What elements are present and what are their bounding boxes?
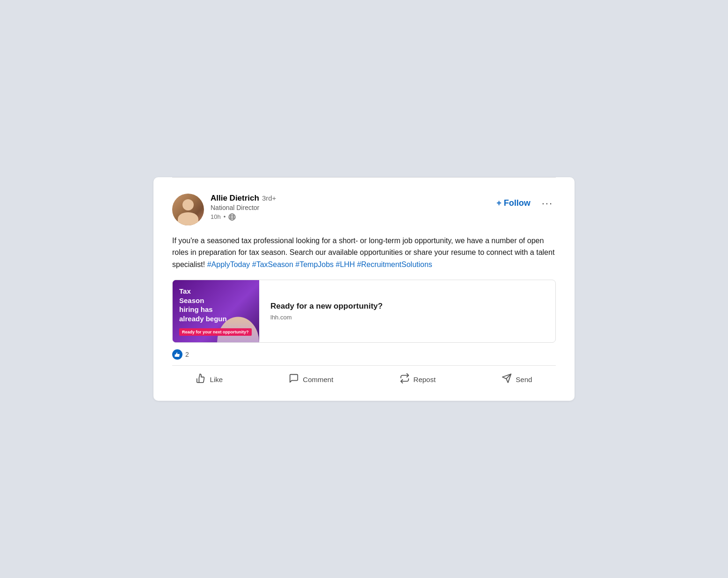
- more-options-button[interactable]: ···: [539, 195, 556, 211]
- follow-button[interactable]: + Follow: [493, 196, 534, 210]
- link-preview-image: Tax Season hiring has already begun Read…: [173, 280, 259, 342]
- post-body: If you're a seasoned tax professional lo…: [153, 225, 575, 271]
- more-icon: ···: [542, 197, 553, 209]
- link-url: lhh.com: [270, 314, 544, 321]
- actions-row: Like Comment Repost: [153, 366, 575, 391]
- avatar[interactable]: [172, 194, 204, 225]
- user-name[interactable]: Allie Dietrich: [211, 194, 259, 203]
- preview-heading: Tax Season hiring has already begun: [179, 287, 253, 323]
- post-card: Allie Dietrich 3rd+ National Director 10…: [153, 177, 575, 401]
- user-connection: 3rd+: [262, 194, 276, 202]
- repost-icon: [400, 373, 410, 386]
- user-name-row: Allie Dietrich 3rd+: [211, 194, 276, 203]
- svg-rect-5: [175, 354, 175, 357]
- post-hashtags[interactable]: #ApplyToday #TaxSeason #TempJobs #LHH #R…: [207, 260, 432, 268]
- avatar-image: [172, 194, 204, 225]
- dot-separator: •: [224, 213, 226, 220]
- link-preview[interactable]: Tax Season hiring has already begun Read…: [172, 280, 556, 343]
- globe-icon: [228, 213, 236, 221]
- like-button[interactable]: Like: [189, 368, 231, 391]
- send-label: Send: [516, 376, 532, 383]
- post-meta: 10h •: [211, 213, 276, 221]
- comment-label: Comment: [303, 376, 333, 383]
- preview-text-block: Tax Season hiring has already begun Read…: [179, 287, 253, 336]
- preview-badge: Ready for your next opportunity?: [179, 328, 252, 336]
- link-preview-content: Ready for a new opportunity? lhh.com: [259, 280, 555, 342]
- post-time: 10h: [211, 213, 221, 220]
- post-actions-header: + Follow ···: [493, 195, 556, 211]
- send-icon: [502, 373, 512, 386]
- comment-button[interactable]: Comment: [281, 368, 341, 391]
- reactions-row: 2: [153, 343, 575, 360]
- post-header: Allie Dietrich 3rd+ National Director 10…: [153, 189, 575, 225]
- reaction-count: 2: [185, 351, 189, 358]
- repost-button[interactable]: Repost: [392, 368, 444, 391]
- user-info-section: Allie Dietrich 3rd+ National Director 10…: [172, 194, 276, 225]
- repost-label: Repost: [414, 376, 436, 383]
- like-reaction-icon: [172, 349, 182, 360]
- like-label: Like: [210, 376, 223, 383]
- top-divider: [172, 177, 556, 178]
- user-details: Allie Dietrich 3rd+ National Director 10…: [211, 194, 276, 221]
- send-button[interactable]: Send: [494, 368, 539, 391]
- user-title: National Director: [211, 204, 276, 211]
- link-title: Ready for a new opportunity?: [270, 302, 544, 311]
- comment-icon: [289, 373, 299, 386]
- like-icon: [196, 373, 206, 386]
